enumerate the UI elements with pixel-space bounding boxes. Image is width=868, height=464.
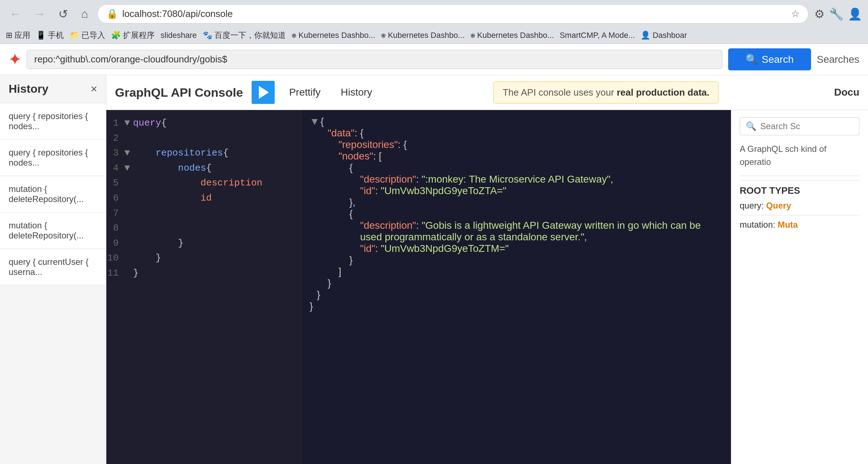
bookmark-apps[interactable]: ⊞ 应用	[6, 30, 30, 41]
history-close-button[interactable]: ×	[90, 82, 97, 96]
bookmark-k8s-2[interactable]: ⎈ Kubernetes Dashbo...	[381, 31, 465, 40]
list-item[interactable]: query { repositories { nodes...	[0, 140, 106, 176]
reload-button[interactable]: ↺	[55, 5, 72, 23]
run-button[interactable]	[252, 81, 275, 104]
settings-icon[interactable]: ⚙	[814, 7, 825, 21]
bookmark-slideshare[interactable]: slideshare	[161, 31, 197, 40]
browser-chrome: ← → ↺ ⌂ 🔒 localhost:7080/api/console ☆ ⚙…	[0, 0, 868, 44]
root-types-label: ROOT TYPES	[740, 180, 859, 196]
bookmark-baidu[interactable]: 🐾 百度一下，你就知道	[203, 30, 286, 41]
docs-description: A GraphQL sch kind of operatio	[740, 143, 859, 168]
search-button-label: Search	[762, 54, 794, 65]
play-icon	[259, 86, 269, 99]
list-item[interactable]: mutation { deleteRepository(...	[0, 176, 106, 213]
forward-button[interactable]: →	[30, 5, 49, 23]
code-line-3: 3 ▼ repositories {	[106, 146, 301, 161]
code-line-8: 8	[106, 221, 301, 236]
console-title: GraphQL API Console	[115, 86, 243, 100]
prettify-button[interactable]: Prettify	[283, 83, 326, 102]
result-collapse: ▼ {	[310, 116, 722, 127]
query-editor[interactable]: 1 ▼ query { 2 3 ▼ repositories { 4 ▼	[106, 110, 301, 464]
bookmark-extensions[interactable]: 🧩 扩展程序	[111, 30, 155, 41]
star-icon: ☆	[791, 8, 800, 19]
profile-icon[interactable]: 👤	[848, 7, 862, 21]
editors-row: 1 ▼ query { 2 3 ▼ repositories { 4 ▼	[106, 110, 868, 464]
docs-divider-2	[740, 215, 859, 215]
code-line-5: 5 description	[106, 176, 301, 191]
extensions-icon[interactable]: 🔧	[829, 7, 843, 21]
code-line-7: 7	[106, 206, 301, 221]
bookmark-k8s-1[interactable]: ⎈ Kubernetes Dashbo...	[292, 31, 375, 40]
list-item[interactable]: query { repositories { nodes...	[0, 103, 106, 140]
code-line-10: 10 }	[106, 251, 301, 266]
code-line-9: 9 }	[106, 236, 301, 251]
repo-path-input[interactable]	[27, 50, 722, 69]
search-button[interactable]: 🔍 Search	[728, 48, 811, 70]
code-line-6: 6 id	[106, 191, 301, 206]
bookmark-phone[interactable]: 📱 手机	[36, 30, 64, 41]
notice-text: The API console uses your	[502, 87, 617, 98]
api-notice: The API console uses your real productio…	[493, 82, 718, 104]
main-layout: History × query { repositories { nodes..…	[0, 75, 868, 464]
docs-label[interactable]: Docu	[834, 87, 859, 98]
list-item[interactable]: query { currentUser { userna...	[0, 249, 106, 285]
search-schema-icon: 🔍	[746, 121, 757, 131]
mutation-type-link[interactable]: Muta	[778, 220, 798, 229]
nav-icons: ⚙ 🔧 👤	[814, 7, 862, 21]
query-key-label: query:	[740, 201, 764, 210]
search-schema-container: 🔍	[740, 117, 859, 135]
lock-icon: 🔒	[106, 8, 118, 19]
search-row: ✦ 🔍 Search Searches	[0, 44, 868, 75]
home-button[interactable]: ⌂	[78, 5, 92, 23]
search-icon: 🔍	[745, 53, 758, 65]
mutation-key-label: mutation:	[740, 220, 775, 229]
docs-panel: 🔍 A GraphQL sch kind of operatio ROOT TY…	[731, 110, 868, 464]
history-sidebar: History × query { repositories { nodes..…	[0, 75, 106, 464]
docs-query-type: query: Query	[740, 201, 859, 211]
searches-label: Searches	[817, 54, 859, 65]
browser-nav: ← → ↺ ⌂ 🔒 localhost:7080/api/console ☆ ⚙…	[0, 0, 868, 28]
console-header: GraphQL API Console Prettify History The…	[106, 75, 868, 110]
code-line-4: 4 ▼ nodes {	[106, 161, 301, 176]
bookmark-dashboard[interactable]: 👤 Dashboar	[641, 31, 687, 40]
docs-mutation-type: mutation: Muta	[740, 220, 859, 230]
docs-divider	[740, 176, 859, 176]
query-type-link[interactable]: Query	[766, 201, 791, 210]
search-schema-input[interactable]	[760, 121, 853, 131]
history-header: History ×	[0, 75, 106, 103]
sourcegraph-logo: ✦	[9, 51, 21, 68]
history-title: History	[9, 82, 48, 96]
code-line-1: 1 ▼ query {	[106, 116, 301, 131]
history-button[interactable]: History	[335, 83, 378, 102]
address-bar[interactable]: 🔒 localhost:7080/api/console ☆	[97, 4, 809, 23]
graphql-console: GraphQL API Console Prettify History The…	[106, 75, 868, 464]
code-line-11: 11 }	[106, 266, 301, 281]
notice-bold: real production data.	[617, 87, 709, 98]
back-button[interactable]: ←	[6, 5, 25, 23]
bookmark-smartcmp[interactable]: SmartCMP, A Mode...	[560, 31, 635, 40]
bookmark-k8s-3[interactable]: ⎈ Kubernetes Dashbo...	[470, 31, 554, 40]
url-text: localhost:7080/api/console	[122, 8, 787, 19]
result-panel: ▼ { "data": { "repositories": {	[301, 110, 731, 464]
list-item[interactable]: mutation { deleteRepository(...	[0, 213, 106, 249]
bookmarks-bar: ⊞ 应用 📱 手机 📁 已导入 🧩 扩展程序 slideshare 🐾 百度一下…	[0, 28, 868, 44]
code-line-2: 2	[106, 131, 301, 146]
bookmark-imported[interactable]: 📁 已导入	[70, 30, 105, 41]
